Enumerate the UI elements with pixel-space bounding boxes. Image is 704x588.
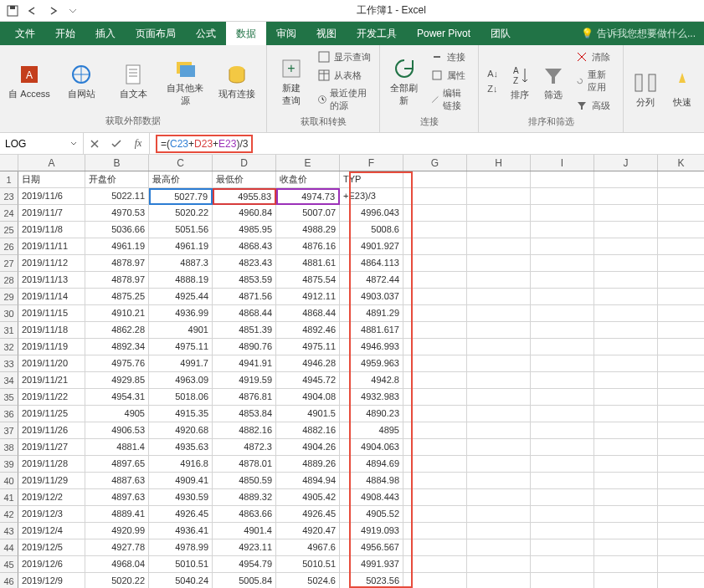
cell[interactable]: 5040.24 <box>149 573 213 588</box>
cell[interactable]: 4903.037 <box>340 289 403 305</box>
cell[interactable]: 4904.063 <box>340 439 403 456</box>
cell[interactable]: 4904.26 <box>276 439 340 456</box>
cell[interactable] <box>594 556 658 573</box>
cell[interactable]: 4868.44 <box>276 305 340 322</box>
cell[interactable] <box>658 322 704 339</box>
cell[interactable]: 4876.16 <box>276 238 340 255</box>
cell[interactable] <box>594 372 658 389</box>
tab-insert[interactable]: 插入 <box>85 22 126 45</box>
cell[interactable] <box>658 506 704 523</box>
cell[interactable] <box>594 272 658 289</box>
cell[interactable] <box>403 372 467 389</box>
cell[interactable]: 4926.45 <box>149 506 213 523</box>
cell[interactable] <box>403 406 467 422</box>
cell[interactable] <box>658 188 704 205</box>
cell[interactable] <box>658 489 704 506</box>
cell[interactable] <box>594 255 658 272</box>
cell[interactable]: 4891.29 <box>340 305 403 322</box>
edit-links-button[interactable]: 编辑链接 <box>427 85 473 114</box>
cell[interactable] <box>467 389 531 406</box>
cell[interactable]: 4887.63 <box>85 473 149 489</box>
cell[interactable]: 2019/11/20 <box>18 355 85 372</box>
cell[interactable]: 5020.22 <box>149 205 213 222</box>
cell[interactable]: 4927.78 <box>85 539 149 556</box>
cell[interactable]: 4910.21 <box>85 305 149 322</box>
cell[interactable] <box>467 272 531 289</box>
cell[interactable] <box>658 272 704 289</box>
cell[interactable]: 2019/11/28 <box>18 456 85 473</box>
cell[interactable]: 4915.35 <box>149 406 213 422</box>
cell[interactable] <box>467 439 531 456</box>
cell[interactable]: 4890.23 <box>340 406 403 422</box>
cell[interactable]: 4978.99 <box>149 539 213 556</box>
row-header[interactable]: 33 <box>0 355 18 372</box>
cell[interactable] <box>531 222 594 238</box>
cell[interactable] <box>403 289 467 305</box>
cell[interactable] <box>594 171 658 188</box>
reapply-button[interactable]: 重新应用 <box>572 67 618 95</box>
cell[interactable]: 4890.76 <box>213 339 276 355</box>
cell[interactable] <box>658 422 704 439</box>
cell[interactable] <box>467 422 531 439</box>
cell[interactable] <box>531 205 594 222</box>
cell[interactable] <box>594 539 658 556</box>
cell[interactable]: 4889.32 <box>213 489 276 506</box>
name-box-dropdown[interactable] <box>65 141 82 147</box>
cell[interactable] <box>531 171 594 188</box>
cell[interactable] <box>467 372 531 389</box>
cell[interactable]: 4889.41 <box>85 506 149 523</box>
cell[interactable] <box>531 556 594 573</box>
cell[interactable] <box>594 205 658 222</box>
cell[interactable] <box>658 238 704 255</box>
cell[interactable] <box>403 473 467 489</box>
cell[interactable] <box>658 355 704 372</box>
cell[interactable] <box>658 171 704 188</box>
cell[interactable]: 4929.85 <box>85 372 149 389</box>
cell[interactable]: 5022.11 <box>85 188 149 205</box>
cell[interactable] <box>467 489 531 506</box>
tab-file[interactable]: 文件 <box>5 22 45 45</box>
flash-fill-button[interactable]: 快速 <box>665 59 699 118</box>
cell[interactable]: 4991.937 <box>340 556 403 573</box>
cell[interactable]: 4872.3 <box>213 439 276 456</box>
cell[interactable] <box>594 305 658 322</box>
cell[interactable] <box>658 523 704 539</box>
cell[interactable]: 4888.19 <box>149 272 213 289</box>
cell[interactable]: 4875.25 <box>85 289 149 305</box>
cell[interactable] <box>467 456 531 473</box>
tab-review[interactable]: 审阅 <box>266 22 306 45</box>
tab-power-pivot[interactable]: Power Pivot <box>407 22 480 45</box>
enter-formula-button[interactable] <box>105 133 127 155</box>
cell[interactable]: 4901.4 <box>213 523 276 539</box>
cell[interactable] <box>403 255 467 272</box>
cell[interactable] <box>467 171 531 188</box>
cell[interactable]: 4975.11 <box>149 339 213 355</box>
cell[interactable] <box>467 322 531 339</box>
cell[interactable] <box>467 289 531 305</box>
cell[interactable] <box>403 389 467 406</box>
cell[interactable]: 4905 <box>85 406 149 422</box>
cell[interactable]: 4916.8 <box>149 456 213 473</box>
cell[interactable]: 4926.45 <box>276 506 340 523</box>
row-header[interactable]: 40 <box>0 473 18 489</box>
cell[interactable] <box>403 188 467 205</box>
cell[interactable]: 4853.59 <box>213 272 276 289</box>
cell[interactable]: 4956.567 <box>340 539 403 556</box>
cell[interactable] <box>467 556 531 573</box>
formula-input[interactable]: =(C23+D23+E23)/3 <box>150 133 704 154</box>
col-header-J[interactable]: J <box>594 155 658 171</box>
cell[interactable]: 2019/12/2 <box>18 489 85 506</box>
properties-button[interactable]: 属性 <box>427 67 473 84</box>
row-header[interactable]: 30 <box>0 305 18 322</box>
cell[interactable] <box>658 339 704 355</box>
cell[interactable] <box>467 506 531 523</box>
cell[interactable]: 4894.69 <box>340 456 403 473</box>
cell[interactable]: 4968.04 <box>85 556 149 573</box>
cell[interactable]: 4875.54 <box>276 272 340 289</box>
cell[interactable]: 5024.6 <box>276 573 340 588</box>
col-header-B[interactable]: B <box>85 155 149 171</box>
tab-home[interactable]: 开始 <box>45 22 85 45</box>
cell[interactable]: 5051.56 <box>149 222 213 238</box>
col-header-K[interactable]: K <box>658 155 704 171</box>
cell[interactable] <box>658 573 704 588</box>
